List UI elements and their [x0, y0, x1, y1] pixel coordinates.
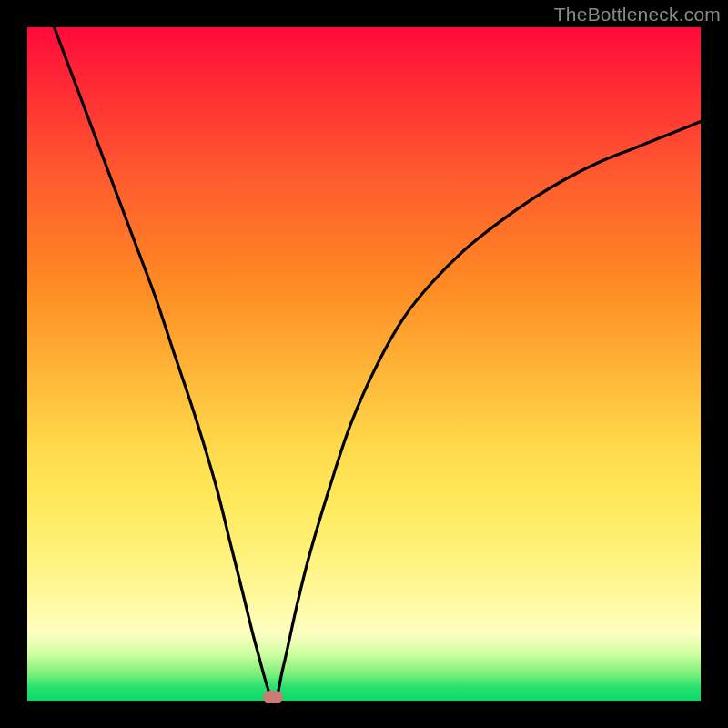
watermark-text: TheBottleneck.com	[554, 4, 721, 25]
bottleneck-curve	[27, 27, 701, 701]
optimum-marker	[263, 691, 283, 703]
chart-frame: TheBottleneck.com	[0, 0, 728, 728]
